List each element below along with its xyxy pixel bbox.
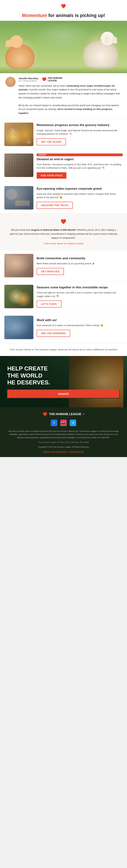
donation-heading-line3: HE DESERVES. <box>7 379 50 385</box>
block-title-event: Build connection and community <box>37 256 123 260</box>
donation-heading: HELP CREATE THE WORLD HE DESERVES. <box>7 365 62 386</box>
legacy-body: Did you know that August is National Mak… <box>9 228 118 240</box>
manage-subscriptions-link[interactable]: Manage your Subscriptions <box>43 451 68 453</box>
block-body-grocery: Kroger, Sprouts, Giant Eagle, and Natura… <box>37 129 123 136</box>
get-the-scoop-button[interactable]: GET THE SCOOP <box>37 138 66 145</box>
footer-logo-heart: ♥ <box>83 412 84 416</box>
block-body-cages: Yum! Brands—the parent company of Taco B… <box>37 163 123 170</box>
block-image-jobs <box>4 316 33 339</box>
svg-point-0 <box>62 5 63 6</box>
content-block-cages: URGENT Demand an end to cages! Yum! Bran… <box>0 150 127 182</box>
footer-address: The Humane League | PO Box 10275 | Rockv… <box>4 441 123 443</box>
footer-brand: THE HUMANE LEAGUE ♥ f 📷 𝕏 We exist to en… <box>0 407 127 457</box>
footer-logo-line2: LEAGUE <box>69 412 81 416</box>
svg-point-2 <box>62 220 63 221</box>
see-job-openings-button[interactable]: SEE JOB OPENINGS <box>37 330 70 337</box>
content-block-corporate: Eye-opening video exposes corporate gree… <box>0 182 127 213</box>
header-logo <box>60 3 67 10</box>
block-image-corporate <box>4 186 33 210</box>
footer-logo-line1: THE HUMANE <box>49 412 69 416</box>
twitter-icon[interactable]: 𝕏 <box>70 420 76 426</box>
author-avatar-face <box>5 77 16 87</box>
block-text-cages: URGENT Demand an end to cages! Yum! Bran… <box>37 154 123 179</box>
logo-heart-icon <box>60 3 67 9</box>
author-avatar <box>5 77 16 87</box>
block-image-event <box>4 254 33 277</box>
content-block-jobs: Work with us! Ever dreamed of a career i… <box>0 312 127 343</box>
hero-title: Momentum for animals is picking up! <box>4 13 123 18</box>
footer-logo-text: THE HUMANE LEAGUE <box>49 412 81 416</box>
hl-logo-icon <box>42 77 47 82</box>
block-image-cages <box>4 154 33 177</box>
block-title-cages: Demand an end to cages! <box>37 157 123 161</box>
footer-heart-icon <box>43 412 48 417</box>
block-title-grocery: Momentous progress across the grocery in… <box>37 123 123 127</box>
donation-heading-line1: HELP CREATE <box>7 365 48 372</box>
block-text-grocery: Momentous progress across the grocery in… <box>37 123 123 146</box>
author-section: Jennifer Barckley VP, Communications THE… <box>0 73 127 119</box>
block-title-jobs: Work with us! <box>37 318 123 322</box>
unsubscribe-link[interactable]: Unsubscribe Me <box>69 451 84 453</box>
content-block-grocery: 🐔 🐔 Momentous progress across the grocer… <box>0 119 127 150</box>
content-block-recipe: Seasons come together in this irresistib… <box>0 281 127 312</box>
legacy-link[interactable]: Learn more about our legacy society <box>44 242 83 245</box>
block-title-recipe: Seasons come together in this irresistib… <box>37 285 123 289</box>
hl-line2: LEAGUE <box>48 80 62 82</box>
corporate-image <box>4 186 33 210</box>
recipe-image <box>4 285 33 308</box>
chickens-image: 🐔 🐔 <box>4 123 33 146</box>
block-text-event: Build connection and community Meet fell… <box>37 254 123 277</box>
block-text-jobs: Work with us! Ever dreamed of a career i… <box>37 316 123 339</box>
block-body-corporate: Have you ever stopped to question why ch… <box>37 192 123 199</box>
uncover-truth-button[interactable]: UNCOVER THE TRUTH <box>37 202 73 209</box>
hero-text-section: Momentum for animals is picking up! <box>0 11 127 21</box>
hl-logo-text: THE HUMANE LEAGUE <box>48 77 62 82</box>
footer-logo: THE HUMANE LEAGUE ♥ <box>4 412 123 417</box>
donation-heading-line2: THE WORLD <box>7 372 43 379</box>
urgent-badge: URGENT <box>37 154 123 156</box>
humane-league-logo: THE HUMANE LEAGUE <box>42 77 62 82</box>
pre-footer: From all your friends at The Humane Leag… <box>0 343 127 356</box>
block-image-grocery: 🐔 🐔 <box>4 123 33 146</box>
legacy-heart-icon <box>9 218 118 226</box>
hl-line1: THE HUMANE <box>48 77 62 80</box>
email-wrapper: Momentum for animals is picking up! Jenn… <box>0 0 127 457</box>
block-text-corporate: Eye-opening video exposes corporate gree… <box>37 186 123 210</box>
hero-image <box>0 21 127 73</box>
footer-legal-text: We exist to end the abuse of animals rai… <box>4 430 123 439</box>
block-body-event: Meet fellow animal advocates at an upcom… <box>37 262 123 266</box>
block-body-recipe: Fresh and light for summer, but with a n… <box>37 291 123 298</box>
pre-footer-text: From all your friends at The Humane Leag… <box>5 348 122 351</box>
hero-animals-background <box>0 21 127 73</box>
get-involved-button[interactable]: GET INVOLVED <box>37 268 64 275</box>
author-meta: Jennifer Barckley VP, Communications THE… <box>19 77 122 82</box>
donate-button[interactable]: DONATE <box>7 390 120 398</box>
cages-image <box>4 154 33 177</box>
donation-section: HELP CREATE THE WORLD HE DESERVES. DONAT… <box>0 356 127 407</box>
lets-cook-button[interactable]: LET'S COOK! <box>37 301 61 308</box>
email-header <box>0 0 127 11</box>
block-body-jobs: Ever dreamed of a career in animal prote… <box>37 323 123 327</box>
author-name: Jennifer Barckley <box>19 77 38 80</box>
content-block-event: Build connection and community Meet fell… <box>0 250 127 281</box>
author-body: Hello! Since we last connected, we've be… <box>19 84 122 115</box>
footer-social: f 📷 𝕏 <box>4 420 123 426</box>
jobs-image <box>4 316 33 339</box>
event-image <box>4 254 33 277</box>
hero-title-suffix: for animals is picking up! <box>47 13 105 18</box>
instagram-icon[interactable]: 📷 <box>60 420 67 426</box>
author-role: VP, Communications <box>19 80 38 82</box>
hero-title-accent: Momentum <box>22 13 47 18</box>
author-name-block: Jennifer Barckley VP, Communications <box>19 77 38 82</box>
author-info: Jennifer Barckley VP, Communications THE… <box>19 77 122 115</box>
svg-point-1 <box>43 79 44 79</box>
footer-copyright: Copyright © 2023 The Humane League. All … <box>4 445 123 449</box>
footer-manage: Manage your Subscriptions · Unsubscribe … <box>4 451 123 453</box>
block-image-recipe <box>4 285 33 308</box>
facebook-icon[interactable]: f <box>51 420 57 426</box>
legacy-section: Did you know that August is National Mak… <box>0 213 127 250</box>
block-title-corporate: Eye-opening video exposes corporate gree… <box>37 187 123 191</box>
add-your-voice-button[interactable]: ADD YOUR VOICE <box>37 172 67 179</box>
block-text-recipe: Seasons come together in this irresistib… <box>37 285 123 308</box>
